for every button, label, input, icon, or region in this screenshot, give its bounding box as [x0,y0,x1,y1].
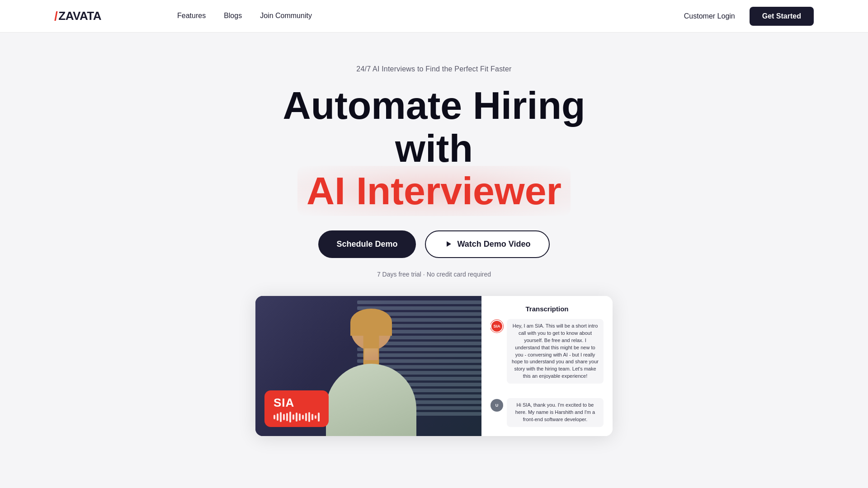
play-icon [444,239,453,249]
nav-links: Features Blogs Join Community [123,0,366,33]
hero-title: Automate Hiring with AI Interviewer [283,84,585,212]
waveform-bar [292,414,294,420]
brand-name: ZAVATA [58,9,101,23]
nav-right: Customer Login Get Started [684,7,814,26]
nav-left: / ZAVATA Features Blogs Join Community [54,0,366,33]
hero-subheading: 24/7 AI Interviews to Find the Perfect F… [356,65,511,73]
hero-title-highlight: AI Interviewer [307,169,561,212]
demo-video-panel: SIA [255,296,481,436]
waveform-bar [286,413,288,421]
waveform-bar [289,412,291,422]
nav-features[interactable]: Features [177,12,206,20]
hero-title-line2: with [395,127,473,170]
nav-join-community[interactable]: Join Community [260,12,312,20]
waveform-bar [315,415,316,419]
avatar: U [491,399,503,412]
message-bubble: Hey, I am SIA. This will be a short intr… [507,319,604,384]
sia-badge: SIA [264,390,329,427]
logo-slash: / [54,9,57,23]
waveform-bar [299,413,301,421]
waveform-bar [311,414,313,420]
waveform-bar [308,412,310,422]
waveform-bar [302,415,304,419]
navbar: / ZAVATA Features Blogs Join Community C… [0,0,868,33]
person-neck [364,348,378,360]
avatar: SIA [491,320,503,333]
logo-text: / ZAVATA [54,9,101,23]
waveform-bar [277,413,278,421]
svg-marker-0 [447,241,451,247]
waveform-bar [296,413,297,422]
get-started-button[interactable]: Get Started [750,7,814,26]
waveform-bar [305,413,307,421]
message-bubble: Hi SIA, thank you. I'm excited to be her… [507,398,604,427]
watch-demo-button[interactable]: Watch Demo Video [425,230,550,258]
hero-section: 24/7 AI Interviews to Find the Perfect F… [0,33,868,463]
transcription-panel: Transcription SIAHey, I am SIA. This wil… [481,296,613,436]
sia-label: SIA [274,396,294,410]
sia-waveform [274,413,320,422]
demo-card: SIA Transcription SIAHey, I am SIA. This… [255,296,613,436]
hero-buttons: Schedule Demo Watch Demo Video [318,230,549,258]
customer-login-link[interactable]: Customer Login [684,12,735,20]
waveform-bar [318,413,320,422]
waveform-bar [280,412,282,422]
schedule-demo-button[interactable]: Schedule Demo [318,230,415,258]
waveform-bar [283,414,285,420]
demo-container: SIA Transcription SIAHey, I am SIA. This… [201,296,667,436]
transcription-title: Transcription [491,305,604,313]
waveform-bar [274,415,275,419]
chat-message: UHi SIA, thank you. I'm excited to be he… [491,398,604,427]
watch-demo-label: Watch Demo Video [458,239,531,249]
nav-blogs[interactable]: Blogs [224,12,242,20]
trial-note: 7 Days free trial · No credit card requi… [377,271,491,278]
person-body [326,364,416,436]
logo[interactable]: / ZAVATA [54,9,101,23]
hero-title-line1: Automate Hiring [283,84,585,127]
chat-message: SIAHey, I am SIA. This will be a short i… [491,319,604,384]
chat-messages: SIAHey, I am SIA. This will be a short i… [491,319,604,427]
blind-strip [357,300,481,304]
